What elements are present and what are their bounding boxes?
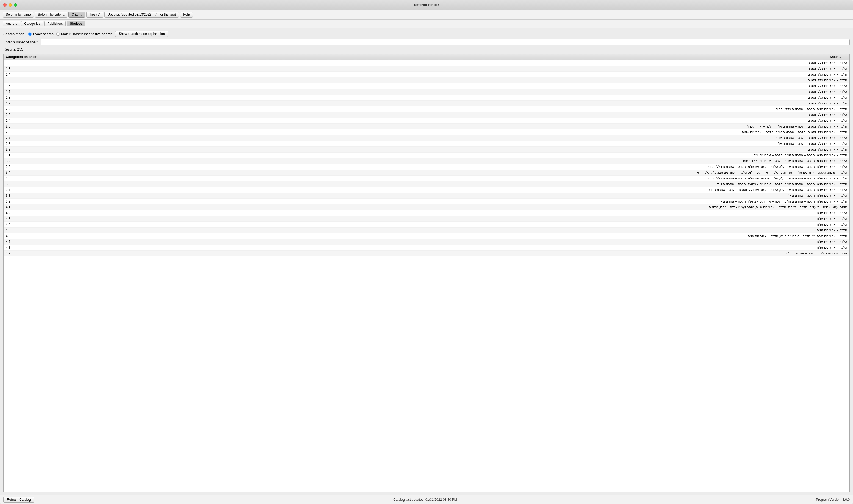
cell-shelf: 4.3	[4, 216, 25, 221]
cell-categories: אנציקלופדיות וכללים, הלכה – אחרונים יר"ד	[25, 251, 849, 256]
exact-search-radio[interactable]	[28, 32, 32, 36]
cell-categories: הלכה – אחרונים או"ח	[25, 222, 849, 227]
table-row[interactable]: 4.7הלכה – אחרונים או"ח	[4, 239, 849, 245]
show-explanation-button[interactable]: Show search mode explanation	[115, 31, 168, 37]
subtab-shelves[interactable]: Shelves	[67, 21, 85, 26]
search-mode-row: Search mode: Exact search Malei/Chaseir …	[3, 31, 850, 37]
cell-categories: הלכה – אחרונים כללי וסטים, הלכה – אחרוני…	[25, 124, 849, 129]
statusbar: Refresh Catalog Catalog last updated: 01…	[0, 495, 853, 504]
tab-tips[interactable]: Tips (6)	[86, 12, 103, 18]
cell-categories: הלכה – אחרונים כללי וסטים	[25, 66, 849, 71]
cell-shelf: 4.6	[4, 233, 25, 239]
table-row[interactable]: 3.6הלכה – אחרונים חו"מ, הלכה – אחרונים א…	[4, 181, 849, 187]
table-row[interactable]: 1.7הלכה – אחרונים כללי וסטים	[4, 89, 849, 95]
search-mode-label: Search mode:	[3, 32, 25, 36]
cell-shelf: 1.2	[4, 60, 25, 66]
sort-arrow-icon: ▲	[839, 55, 841, 58]
table-row[interactable]: 4.8הלכה – אחרונים או"ח	[4, 245, 849, 251]
table-row[interactable]: 1.9הלכה – אחרונים כללי וסטים	[4, 101, 849, 106]
table-row[interactable]: 4.5הלכה – אחרונים או"ח	[4, 228, 849, 233]
exact-search-label: Exact search	[33, 32, 54, 36]
table-row[interactable]: 4.2הלכה – אחרונים או"ח	[4, 210, 849, 216]
cell-categories: הלכה – אחרונים או"ח	[25, 228, 849, 233]
table-row[interactable]: 1.6הלכה – אחרונים כללי וסטים	[4, 83, 849, 89]
tab-help[interactable]: Help	[180, 12, 193, 18]
table-row[interactable]: 4.3הלכה – אחרונים או"ח	[4, 216, 849, 222]
table-row[interactable]: 2.3הלכה – אחרונים כללי וסטים	[4, 112, 849, 118]
shelf-number-input[interactable]	[41, 39, 850, 45]
insensitive-search-radio[interactable]	[56, 32, 60, 36]
subtab-authors[interactable]: Authors	[3, 21, 20, 26]
cell-shelf: 1.5	[4, 77, 25, 83]
cell-shelf: 1.9	[4, 101, 25, 106]
cell-categories: הלכה – אחרונים כללי וסטים	[25, 72, 849, 77]
cell-categories: מוסר ועניני אגדה – מועדים, הלכה – שונות,…	[25, 204, 849, 210]
table-row[interactable]: 2.9הלכה – אחרונים כללי וסטים	[4, 147, 849, 152]
maximize-button[interactable]	[14, 3, 17, 6]
table-row[interactable]: 2.2הלכה – אחרונים או"ח, הלכה – אחרונים כ…	[4, 106, 849, 112]
tab-updates[interactable]: Updates (updated 03/13/2022 – 7 months a…	[105, 12, 179, 18]
cell-categories: הלכה – אחרונים כללי וסטים, הלכה – אחרוני…	[25, 135, 849, 141]
insensitive-search-option[interactable]: Malei/Chaseir Insensitive search	[56, 32, 112, 36]
shelf-input-label: Enter number of shelf:	[3, 40, 38, 44]
table-row[interactable]: 3.5הלכה – אחרונים או"ח, הלכה – אחרונים א…	[4, 176, 849, 181]
table-row[interactable]: 2.7הלכה – אחרונים כללי וסטים, הלכה – אחר…	[4, 135, 849, 141]
cell-shelf: 4.8	[4, 245, 25, 250]
table-row[interactable]: 1.8הלכה – אחרונים כללי וסטים	[4, 95, 849, 101]
subtab-categories[interactable]: Categories	[21, 21, 43, 26]
cell-shelf: 2.6	[4, 129, 25, 135]
cell-categories: הלכה – אחרונים או"ח	[25, 210, 849, 216]
table-row[interactable]: 3.4הלכה – שונות, הלכה – אחרונים או"ח – א…	[4, 170, 849, 176]
table-row[interactable]: 1.4הלכה – אחרונים כללי וסטים	[4, 72, 849, 77]
table-row[interactable]: 2.8הלכה – אחרונים כללי וסטים, הלכה – אחר…	[4, 141, 849, 147]
exact-search-option[interactable]: Exact search	[28, 32, 54, 36]
header-shelf[interactable]: Shelf ▲	[828, 54, 849, 60]
table-row[interactable]: 3.8הלכה – אחרונים או"ח, הלכה – אחרונים י…	[4, 193, 849, 199]
cell-shelf: 3.4	[4, 170, 25, 175]
close-button[interactable]	[3, 3, 6, 6]
header-categories[interactable]: Categories on shelf	[4, 54, 828, 60]
window-title: Seforim Finder	[414, 3, 439, 7]
results-table: Categories on shelf Shelf ▲ 1.2הלכה – אח…	[3, 54, 850, 492]
table-row[interactable]: 1.5הלכה – אחרונים כללי וסטים	[4, 77, 849, 83]
refresh-catalog-button[interactable]: Refresh Catalog	[3, 497, 34, 503]
cell-shelf: 1.4	[4, 72, 25, 77]
tab-criteria[interactable]: Criteria	[69, 12, 85, 18]
main-toolbar: Seforim by name Seforim by criteria Crit…	[0, 10, 853, 19]
table-row[interactable]: 3.3הלכה – אחרונים או"ח, הלכה – אחרונים א…	[4, 164, 849, 170]
table-row[interactable]: 3.2הלכה – אחרונים חו"מ, הלכה – אחרונים א…	[4, 158, 849, 164]
table-row[interactable]: 1.3הלכה – אחרונים כללי וסטים	[4, 66, 849, 72]
table-row[interactable]: 4.1מוסר ועניני אגדה – מועדים, הלכה – שונ…	[4, 204, 849, 210]
traffic-lights	[3, 3, 17, 6]
cell-categories: הלכה – אחרונים כללי וסטים	[25, 101, 849, 106]
table-row[interactable]: 3.7הלכה – אחרונים או"ח, הלכה – אחרונים א…	[4, 187, 849, 193]
table-row[interactable]: 3.9הלכה – אחרונים או"ח, הלכה – אחרונים ח…	[4, 199, 849, 204]
table-row[interactable]: 2.6הלכה – אחרונים כללי וסטים, הלכה – אחר…	[4, 129, 849, 135]
cell-shelf: 3.3	[4, 164, 25, 169]
cell-categories: הלכה – אחרונים או"ח, הלכה – אחרונים חו"מ…	[25, 199, 849, 204]
table-row[interactable]: 1.2הלכה – אחרונים כללי וסטים	[4, 60, 849, 66]
table-row[interactable]: 4.4הלכה – אחרונים או"ח	[4, 222, 849, 228]
cell-categories: הלכה – אחרונים כללי וסטים	[25, 118, 849, 123]
cell-categories: הלכה – אחרונים או"ח	[25, 216, 849, 221]
table-row[interactable]: 4.6הלכה – אחרונים אבהע"ז, הלכה – אחרונים…	[4, 233, 849, 239]
main-window: Seforim Finder Seforim by name Seforim b…	[0, 0, 853, 504]
table-row[interactable]: 4.9אנציקלופדיות וכללים, הלכה – אחרונים י…	[4, 251, 849, 256]
table-row[interactable]: 2.5הלכה – אחרונים כללי וסטים, הלכה – אחר…	[4, 124, 849, 129]
cell-shelf: 2.5	[4, 124, 25, 129]
tab-seforim-by-criteria[interactable]: Seforim by criteria	[35, 12, 68, 18]
table-row[interactable]: 2.4הלכה – אחרונים כללי וסטים	[4, 118, 849, 124]
subtab-publishers[interactable]: Publishers	[44, 21, 66, 26]
results-count: Results: 255	[3, 47, 850, 51]
cell-shelf: 1.8	[4, 95, 25, 100]
cell-shelf: 3.1	[4, 152, 25, 158]
cell-shelf: 3.8	[4, 193, 25, 198]
cell-shelf: 2.9	[4, 147, 25, 152]
cell-shelf: 4.4	[4, 222, 25, 227]
cell-shelf: 2.4	[4, 118, 25, 123]
cell-shelf: 1.7	[4, 89, 25, 94]
minimize-button[interactable]	[8, 3, 12, 6]
cell-categories: הלכה – אחרונים כללי וסטים	[25, 89, 849, 94]
tab-seforim-by-name[interactable]: Seforim by name	[3, 12, 34, 18]
table-row[interactable]: 3.1הלכה – אחרונים חו"מ, הלכה – אחרונים א…	[4, 152, 849, 158]
